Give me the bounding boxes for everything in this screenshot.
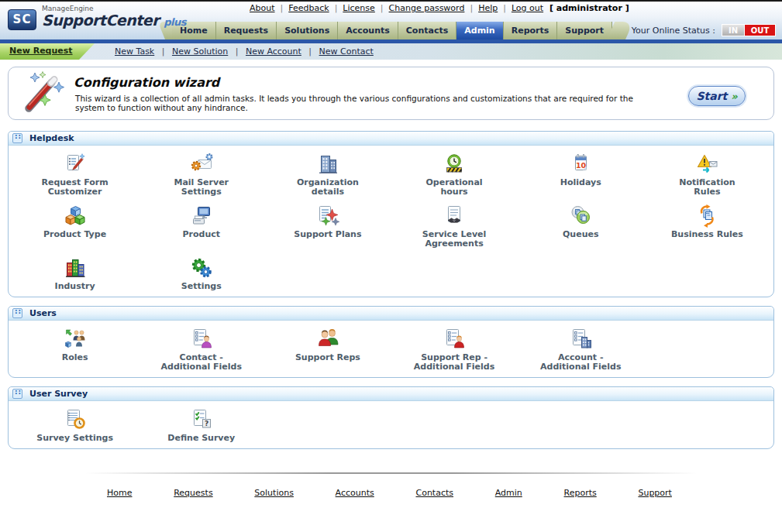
admin-item-industry[interactable]: Industry bbox=[12, 253, 138, 296]
online-status: Your Online Status : IN OUT bbox=[632, 24, 776, 36]
section-header: Helpdesk bbox=[9, 132, 773, 146]
admin-item-notification-rules[interactable]: Notification Rules bbox=[644, 149, 770, 201]
organization-details-icon bbox=[264, 151, 391, 177]
section-title: User Survey bbox=[29, 389, 88, 399]
brand-suffix: plus bbox=[164, 16, 186, 28]
separator: | bbox=[233, 46, 241, 57]
subnav-link-new-solution[interactable]: New Solution bbox=[172, 46, 228, 57]
operational-hours-icon bbox=[391, 151, 518, 177]
footer-link-support[interactable]: Support bbox=[638, 488, 671, 498]
admin-item-support-plans[interactable]: Support Plans bbox=[264, 201, 391, 253]
footer-link-solutions[interactable]: Solutions bbox=[254, 488, 294, 498]
subnav-link-new-account[interactable]: New Account bbox=[246, 46, 301, 57]
admin-item-holidays[interactable]: 10Holidays bbox=[518, 149, 644, 201]
mail-server-settings-icon bbox=[138, 151, 264, 177]
section-header: Users bbox=[9, 307, 773, 321]
admin-item-service-level-agreements[interactable]: Service Level Agreements bbox=[391, 201, 518, 253]
item-label: Organization details bbox=[264, 178, 391, 197]
drag-handle-icon[interactable] bbox=[12, 389, 22, 399]
contact-additional-fields-icon bbox=[138, 326, 264, 352]
footer-link-accounts[interactable]: Accounts bbox=[336, 488, 374, 498]
top-link-license[interactable]: License bbox=[343, 3, 374, 13]
header: SC ManageEngine SupportCenter plus About… bbox=[0, 0, 782, 39]
admin-item-product-type[interactable]: Product Type bbox=[12, 201, 138, 253]
separator: | bbox=[381, 3, 384, 13]
item-label: Support Reps bbox=[264, 353, 391, 362]
separator: | bbox=[306, 46, 315, 57]
request-form-customizer-icon bbox=[12, 151, 138, 177]
subnav-links: New Task | New Solution | New Account | … bbox=[110, 43, 378, 60]
define-survey-icon: ? bbox=[138, 407, 264, 432]
item-label: Service Level Agreements bbox=[391, 230, 518, 249]
item-label: Settings bbox=[138, 282, 264, 291]
separator: | bbox=[503, 3, 506, 13]
section-body: RolesContact - Additional FieldsSupport … bbox=[9, 321, 773, 377]
tab-accounts[interactable]: Accounts bbox=[338, 22, 398, 39]
status-in-button[interactable]: IN bbox=[722, 24, 745, 36]
tab-support[interactable]: Support bbox=[557, 22, 612, 39]
footer-link-home[interactable]: Home bbox=[107, 488, 132, 498]
footer-link-admin[interactable]: Admin bbox=[495, 488, 522, 498]
service-level-agreements-icon bbox=[391, 203, 518, 228]
admin-item-define-survey[interactable]: ?Define Survey bbox=[138, 405, 264, 448]
footer-link-requests[interactable]: Requests bbox=[174, 488, 212, 498]
item-label: Queues bbox=[518, 230, 644, 239]
admin-item-organization-details[interactable]: Organization details bbox=[264, 149, 391, 201]
top-link-change-password[interactable]: Change password bbox=[389, 3, 465, 13]
separator: | bbox=[281, 3, 284, 13]
tab-contacts[interactable]: Contacts bbox=[398, 22, 456, 39]
footer-link-reports[interactable]: Reports bbox=[564, 488, 597, 498]
top-link-help[interactable]: Help bbox=[478, 3, 498, 13]
admin-item-operational-hours[interactable]: Operational hours bbox=[391, 149, 518, 201]
admin-item-mail-server-settings[interactable]: Mail Server Settings bbox=[138, 149, 264, 201]
admin-item-roles[interactable]: Roles bbox=[12, 324, 138, 376]
tab-reports[interactable]: Reports bbox=[504, 22, 558, 39]
admin-item-request-form-customizer[interactable]: Request Form Customizer bbox=[12, 149, 138, 201]
item-label: Survey Settings bbox=[12, 434, 138, 443]
item-label: Business Rules bbox=[644, 230, 770, 239]
support-plans-icon bbox=[264, 203, 391, 228]
admin-item-survey-settings[interactable]: Survey Settings bbox=[12, 405, 138, 448]
drag-handle-icon[interactable] bbox=[12, 308, 22, 318]
survey-settings-icon bbox=[12, 407, 138, 432]
drag-handle-icon[interactable] bbox=[12, 133, 22, 143]
footer-link-contacts[interactable]: Contacts bbox=[415, 488, 453, 498]
admin-item-account-additional-fields[interactable]: Account - Additional Fields bbox=[518, 324, 644, 376]
logged-in-user: [ administrator ] bbox=[546, 3, 629, 13]
tab-requests[interactable]: Requests bbox=[216, 22, 277, 39]
logout-link[interactable]: Log out bbox=[512, 3, 543, 13]
top-link-about[interactable]: About bbox=[250, 3, 275, 13]
configuration-wizard-panel: Configuration wizard This wizard is a co… bbox=[8, 67, 774, 120]
status-out-button[interactable]: OUT bbox=[745, 24, 776, 36]
section-body: Survey Settings?Define Survey bbox=[9, 401, 773, 448]
wizard-description: This wizard is a collection of all admin… bbox=[75, 94, 658, 112]
subnav-link-new-task[interactable]: New Task bbox=[115, 46, 154, 57]
footer: HomeRequestsSolutionsAccountsContactsAdm… bbox=[8, 472, 774, 498]
admin-item-settings[interactable]: Settings bbox=[138, 253, 264, 296]
admin-item-queues[interactable]: Queues bbox=[518, 201, 644, 253]
product-icon bbox=[138, 203, 264, 228]
start-button[interactable]: Start » bbox=[688, 86, 746, 106]
roles-icon bbox=[12, 326, 138, 352]
tab-solutions[interactable]: Solutions bbox=[277, 22, 338, 39]
item-label: Notification Rules bbox=[644, 178, 770, 197]
admin-item-support-rep-additional-fields[interactable]: Support Rep - Additional Fields bbox=[391, 324, 518, 376]
support-rep-additional-fields-icon bbox=[391, 326, 518, 352]
product-type-icon bbox=[12, 203, 138, 228]
admin-item-contact-additional-fields[interactable]: Contact - Additional Fields bbox=[138, 324, 264, 376]
subnav-link-new-contact[interactable]: New Contact bbox=[319, 46, 374, 57]
separator: | bbox=[335, 3, 338, 13]
item-label: Industry bbox=[12, 282, 138, 291]
section-header: User Survey bbox=[9, 387, 773, 401]
item-label: Contact - Additional Fields bbox=[138, 353, 264, 372]
item-label: Product bbox=[138, 230, 264, 239]
admin-item-support-reps[interactable]: Support Reps bbox=[264, 324, 391, 376]
item-label: Define Survey bbox=[138, 434, 264, 443]
tab-admin[interactable]: Admin bbox=[456, 22, 503, 39]
logo-badge-icon: SC bbox=[8, 9, 36, 30]
admin-item-business-rules[interactable]: Business Rules bbox=[644, 201, 770, 253]
new-request-tab[interactable]: New Request bbox=[0, 43, 102, 60]
admin-item-product[interactable]: Product bbox=[138, 201, 264, 253]
section-users: UsersRolesContact - Additional FieldsSup… bbox=[8, 306, 774, 378]
top-link-feedback[interactable]: Feedback bbox=[288, 3, 329, 13]
